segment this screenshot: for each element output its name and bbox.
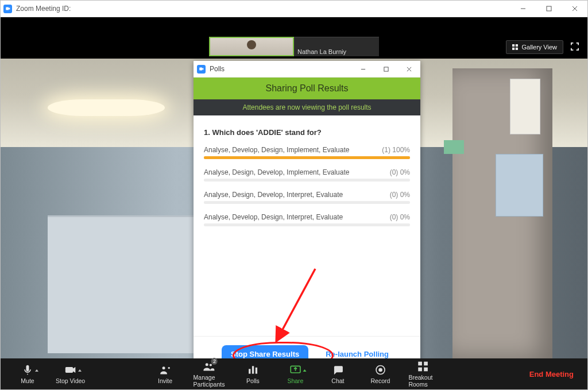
os-maximize-button[interactable] [536,1,562,17]
polls-window: Polls Sharing Poll Results Attendees are… [194,61,420,358]
window-title: Zoom Meeting ID: [16,5,71,13]
breakout-rooms-label: Breakout Rooms [408,374,437,388]
poll-option-bar [204,156,410,159]
zoom-app-icon [3,5,12,13]
polls-toolbar-button[interactable]: Polls [231,360,274,388]
svg-rect-25 [424,368,428,372]
chat-button[interactable]: Chat [316,360,359,388]
polls-window-titlebar: Polls [194,61,420,78]
os-titlebar: Zoom Meeting ID: [1,1,587,17]
meeting-video-area: Nathan La Burniy Gallery View Polls [1,17,587,358]
video-thumbnail-self[interactable] [209,37,294,56]
svg-rect-22 [418,362,422,366]
record-button[interactable]: Record [359,360,401,388]
svg-point-13 [163,366,165,369]
poll-option-text: Analyse, Design, Develop, Implement, Eva… [204,168,349,176]
poll-question: 1. Which does 'ADDIE' stand for? [204,128,410,137]
poll-option-text: Analyse, Develop, Design, Implement, Eva… [204,146,349,154]
polls-status-text: Attendees are now viewing the poll resul… [194,99,420,115]
zoom-window: Zoom Meeting ID: Nathan La Burniy [0,0,588,390]
stop-share-results-button[interactable]: Stop Share Results [222,345,308,359]
invite-label: Invite [158,377,172,384]
poll-option-count: (0) 0% [390,168,410,176]
polls-close-button[interactable] [397,61,420,77]
mute-label: Mute [21,377,34,384]
manage-participants-button[interactable]: 2 Manage Participants [187,360,232,388]
polls-body: 1. Which does 'ADDIE' stand for? Analyse… [194,115,420,336]
poll-option: Analyse, Develop, Design, Implement, Eva… [204,146,410,159]
breakout-rooms-button[interactable]: Breakout Rooms [401,360,444,388]
svg-rect-23 [424,362,428,366]
relaunch-polling-button[interactable]: Re-launch Polling [322,349,392,359]
mute-button[interactable]: Mute [6,364,49,384]
svg-rect-17 [252,366,254,373]
poll-option: Analyse, Design, Develop, Interpret, Eva… [204,191,410,204]
svg-rect-1 [547,6,551,11]
gallery-view-button[interactable]: Gallery View [506,40,563,54]
stop-video-button[interactable]: Stop Video [49,364,92,384]
poll-option-bar [204,201,410,204]
polls-maximize-button[interactable] [374,61,397,77]
svg-rect-16 [249,369,250,373]
video-thumbnail-strip: Nathan La Burniy [209,37,379,56]
poll-option-count: (0) 0% [390,213,410,221]
invite-button[interactable]: Invite [144,360,187,388]
thumbnail-name-label: Nathan La Burniy [297,48,346,55]
gallery-view-label: Gallery View [521,44,557,51]
poll-option: Analyse, Design, Develop, Implement, Eva… [204,168,410,182]
svg-rect-4 [512,44,514,47]
svg-rect-7 [516,48,518,50]
poll-option-count: (1) 100% [382,146,410,154]
os-close-button[interactable] [562,1,587,17]
poll-option-bar [204,223,410,226]
svg-point-15 [210,364,212,366]
polls-toolbar-label: Polls [246,377,260,384]
stop-video-label: Stop Video [56,377,85,384]
manage-participants-label: Manage Participants [194,374,225,388]
poll-option-bar [204,179,410,182]
svg-rect-5 [516,44,518,47]
polls-minimize-button[interactable] [351,61,374,77]
participants-badge: 2 [211,358,218,365]
meeting-controls-bar: Mute Stop Video Invite 2 Manage Particip… [1,358,587,389]
fullscreen-button[interactable] [568,40,582,53]
zoom-small-icon [197,65,206,74]
share-label: Share [287,377,303,384]
polls-window-title: Polls [210,65,225,73]
polls-footer: Stop Share Results Re-launch Polling [194,336,420,358]
polls-banner: Sharing Poll Results [194,78,420,99]
end-meeting-button[interactable]: End Meeting [521,370,582,379]
svg-rect-9 [384,67,388,71]
svg-rect-24 [418,368,422,372]
poll-option-count: (0) 0% [390,191,410,199]
chat-label: Chat [331,377,344,384]
poll-option: Analyse, Develop, Design, Interpret, Eva… [204,213,410,226]
svg-rect-18 [256,368,257,374]
os-minimize-button[interactable] [510,1,536,17]
share-button[interactable]: Share [274,360,316,388]
poll-option-text: Analyse, Design, Develop, Interpret, Eva… [204,191,343,199]
svg-rect-6 [512,48,514,50]
poll-option-text: Analyse, Develop, Design, Interpret, Eva… [204,213,343,221]
video-thumbnail-participant[interactable]: Nathan La Burniy [294,37,379,56]
record-label: Record [370,377,390,384]
svg-point-14 [206,363,208,366]
svg-point-21 [378,368,382,372]
